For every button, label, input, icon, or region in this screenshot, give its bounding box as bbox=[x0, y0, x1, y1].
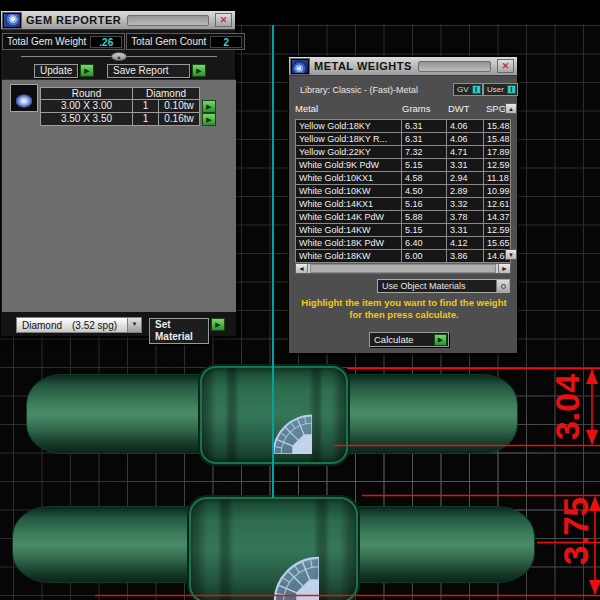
library-label: Library: Classic - (Fast)-Metal bbox=[300, 85, 418, 95]
gem-weight: 0.10tw bbox=[159, 100, 200, 113]
gem-reporter-icon bbox=[2, 12, 22, 29]
gem-count: 1 bbox=[133, 113, 159, 126]
material-dropdown-spg: (3.52 spg) bbox=[62, 320, 117, 331]
gem-thumbnail[interactable] bbox=[10, 84, 38, 112]
table-row[interactable]: White Gold:18KW6.003.8614.66 bbox=[296, 250, 511, 263]
table-row[interactable]: Yellow Gold:18KY6.314.0615.48 bbox=[296, 120, 511, 133]
gv-toggle-indicator[interactable]: I bbox=[472, 85, 481, 94]
table-row[interactable]: Yellow Gold:22KY7.324.7117.89 bbox=[296, 146, 511, 159]
gem-table-row[interactable]: 3.50 X 3.50 1 0.16tw ▶ bbox=[40, 113, 216, 126]
gem-reporter-body: Round Diamond 3.00 X 3.00 1 0.10tw ▶ 3.5… bbox=[2, 79, 236, 312]
gem-reporter-window: GEM REPORTER ✕ Total Gem Weight .26 Tota… bbox=[0, 10, 236, 336]
use-object-materials-dropdown[interactable]: Use Object Materials bbox=[377, 279, 510, 293]
gem-wireframe-bottom[interactable] bbox=[227, 510, 319, 600]
gem-shape-header: Round bbox=[40, 87, 133, 100]
gem-count: 1 bbox=[133, 100, 159, 113]
save-report-arrow-button[interactable]: ▶ bbox=[192, 64, 206, 77]
gem-size: 3.00 X 3.00 bbox=[40, 100, 133, 113]
set-material-button[interactable]: Set Material bbox=[149, 318, 209, 344]
gv-toggle-button[interactable]: GV I bbox=[453, 83, 483, 96]
titlebar-groove bbox=[127, 15, 209, 26]
dimension-value-top: 3.04 bbox=[548, 374, 586, 440]
update-arrow-button[interactable]: ▶ bbox=[80, 64, 94, 77]
table-row[interactable]: White Gold:18K PdW6.404.1215.65 bbox=[296, 237, 511, 250]
table-row[interactable]: White Gold:14KX15.163.3212.61 bbox=[296, 198, 511, 211]
gem-table-row[interactable]: 3.00 X 3.00 1 0.10tw ▶ bbox=[40, 100, 216, 113]
close-icon[interactable]: ✕ bbox=[497, 59, 514, 73]
gem-size: 3.50 X 3.50 bbox=[40, 113, 133, 126]
titlebar-groove bbox=[418, 61, 491, 72]
gem-reporter-titlebar[interactable]: GEM REPORTER ✕ bbox=[1, 11, 235, 30]
scroll-right-icon[interactable]: ► bbox=[498, 264, 510, 273]
gem-table: Round Diamond 3.00 X 3.00 1 0.10tw ▶ 3.5… bbox=[40, 87, 216, 126]
total-gem-weight-value: .26 bbox=[90, 36, 122, 48]
metal-table: Yellow Gold:18KY6.314.0615.48 Yellow Gol… bbox=[295, 119, 511, 263]
material-dropdown-value: Diamond bbox=[17, 320, 62, 331]
construction-axis-line bbox=[272, 25, 274, 498]
col-grams: Grams bbox=[402, 103, 448, 114]
gem-material-header: Diamond bbox=[133, 87, 200, 100]
set-material-arrow-button[interactable]: ▶ bbox=[211, 318, 225, 331]
table-row[interactable]: White Gold:14KW5.153.3112.59 bbox=[296, 224, 511, 237]
user-toggle-indicator[interactable]: I bbox=[507, 85, 516, 94]
gem-weight: 0.16tw bbox=[159, 113, 200, 126]
scroll-up-icon[interactable]: ▲ bbox=[505, 103, 517, 114]
table-row[interactable]: White Gold:10KW4.502.8910.99 bbox=[296, 185, 511, 198]
total-gem-weight-label: Total Gem Weight bbox=[3, 36, 90, 47]
col-metal: Metal bbox=[295, 103, 402, 114]
material-dropdown[interactable]: Diamond (3.52 spg) ▼ bbox=[16, 317, 142, 333]
metal-weights-icon bbox=[290, 58, 310, 75]
calculate-button[interactable]: Calculate ▶ bbox=[369, 332, 449, 347]
total-gem-count-label: Total Gem Count bbox=[127, 36, 210, 47]
total-gem-weight-box: Total Gem Weight .26 bbox=[2, 33, 125, 50]
collapse-handle-icon[interactable]: ▲ bbox=[111, 52, 127, 61]
update-button[interactable]: Update bbox=[34, 64, 78, 78]
table-row[interactable]: White Gold:14K PdW5.883.7814.37 bbox=[296, 211, 511, 224]
close-icon[interactable]: ✕ bbox=[215, 13, 232, 27]
scroll-left-icon[interactable]: ◄ bbox=[296, 264, 308, 273]
table-row[interactable]: White Gold:9K PdW5.153.3112.59 bbox=[296, 159, 511, 172]
col-spg: SPG bbox=[486, 103, 506, 114]
horizontal-scrollbar[interactable]: ◄ ► bbox=[295, 263, 511, 274]
scrollbar-thumb[interactable] bbox=[310, 264, 496, 273]
gem-reporter-title: GEM REPORTER bbox=[26, 14, 121, 26]
metal-weights-title: METAL WEIGHTS bbox=[314, 60, 412, 72]
metal-table-headers: Metal Grams DWT SPG bbox=[295, 103, 507, 114]
chevron-down-icon[interactable]: ▼ bbox=[127, 318, 141, 332]
dimension-value-bottom: 3.75 bbox=[556, 497, 595, 565]
instruction-text: Highlight the item you want to find the … bbox=[289, 297, 519, 321]
table-row[interactable]: Yellow Gold:18KY R...6.314.0615.48 bbox=[296, 133, 511, 146]
user-toggle-button[interactable]: User I bbox=[483, 83, 518, 96]
total-gem-count-value: 2 bbox=[210, 36, 242, 48]
total-gem-count-box: Total Gem Count 2 bbox=[126, 33, 245, 50]
dropdown-toggle-icon[interactable] bbox=[496, 280, 509, 292]
calculate-arrow-button[interactable]: ▶ bbox=[434, 334, 447, 346]
gem-table-header: Round Diamond bbox=[40, 87, 216, 100]
gem-row-arrow-button[interactable]: ▶ bbox=[202, 100, 216, 113]
metal-weights-window: METAL WEIGHTS ✕ Library: Classic - (Fast… bbox=[288, 56, 518, 354]
gem-row-arrow-button[interactable]: ▶ bbox=[202, 113, 216, 126]
col-dwt: DWT bbox=[448, 103, 486, 114]
application-window: 3.04 3.75 GEM REPORTER ✕ Total Gem Weigh… bbox=[0, 0, 600, 600]
table-row[interactable]: White Gold:10KX14.582.9411.18 bbox=[296, 172, 511, 185]
save-report-button[interactable]: Save Report bbox=[107, 64, 190, 78]
metal-weights-titlebar[interactable]: METAL WEIGHTS ✕ bbox=[289, 57, 517, 76]
scroll-down-icon[interactable]: ▼ bbox=[505, 249, 517, 260]
